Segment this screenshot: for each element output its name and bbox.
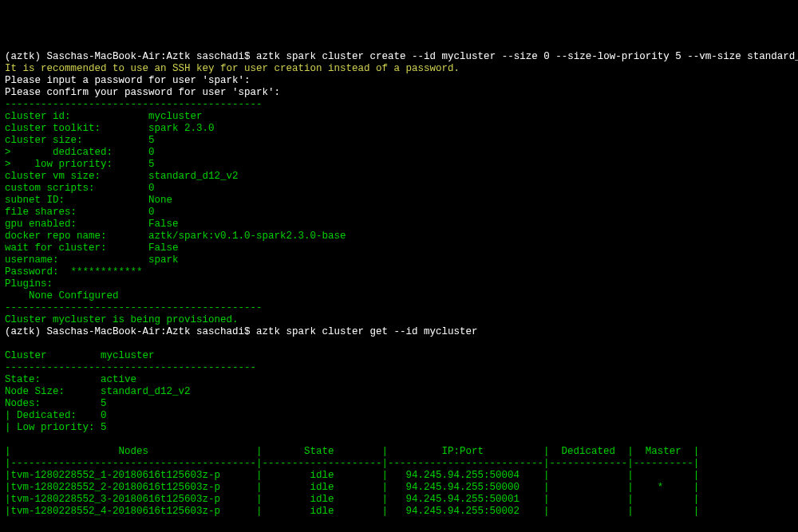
info-row-cluster-id: cluster id: mycluster [5,111,203,122]
info-row-lowpriority: > low priority: 5 [5,159,155,170]
info-row-none-configured: None Configured [5,290,119,301]
cluster-heading: Cluster mycluster [5,350,155,361]
info-row-toolkit: cluster toolkit: spark 2.3.0 [5,123,215,134]
info-row-dedicated: > dedicated: 0 [5,147,155,158]
status-row-lowpri: | Low priority: 5 [5,422,107,433]
info-row-plugins: Plugins: [5,278,53,290]
ssh-recommendation: It is recommended to use an SSH key for … [5,63,460,74]
table-row: |tvm-1280228552_2-20180616t125603z-p | i… [5,482,699,493]
divider: ----------------------------------------… [5,302,263,313]
info-row-subnet: subnet ID: None [5,195,172,206]
table-divider: |---------------------------------------… [5,458,699,469]
divider: ----------------------------------------… [5,362,256,373]
info-row-vmsize: cluster vm size: standard_d12_v2 [5,171,239,182]
password-prompt-1: Please input a password for user 'spark'… [5,75,251,86]
info-row-size: cluster size: 5 [5,135,155,146]
status-row-nodesize: Node Size: standard_d12_v2 [5,386,191,397]
info-row-gpu: gpu enabled: False [5,219,179,230]
terminal-output: (aztk) Saschas-MacBook-Air:Aztk saschadi… [5,51,793,518]
info-row-docker: docker repo name: aztk/spark:v0.1.0-spar… [5,231,346,242]
table-row: |tvm-1280228552_1-20180616t125603z-p | i… [5,470,699,481]
shell-prompt-2: (aztk) Saschas-MacBook-Air:Aztk saschadi… [5,326,478,337]
shell-prompt-1: (aztk) Saschas-MacBook-Air:Aztk saschadi… [5,51,798,62]
divider: ----------------------------------------… [5,99,263,110]
info-row-username: username: spark [5,254,179,266]
status-row-nodes: Nodes: 5 [5,398,107,409]
password-prompt-2: Please confirm your password for user 's… [5,87,280,98]
info-row-password: Password: ************ [5,266,143,278]
status-row-dedicated: | Dedicated: 0 [5,410,107,421]
info-row-fileshares: file shares: 0 [5,207,155,218]
table-row: |tvm-1280228552_4-20180616t125603z-p | i… [5,506,699,517]
table-row: |tvm-1280228552_3-20180616t125603z-p | i… [5,494,699,505]
status-row-state: State: active [5,374,136,385]
table-header: | Nodes | State | IP:Port | Dedicated | … [5,446,699,457]
provisioning-message: Cluster mycluster is being provisioned. [5,314,239,325]
info-row-customscripts: custom scripts: 0 [5,183,155,194]
info-row-wait: wait for cluster: False [5,242,179,254]
